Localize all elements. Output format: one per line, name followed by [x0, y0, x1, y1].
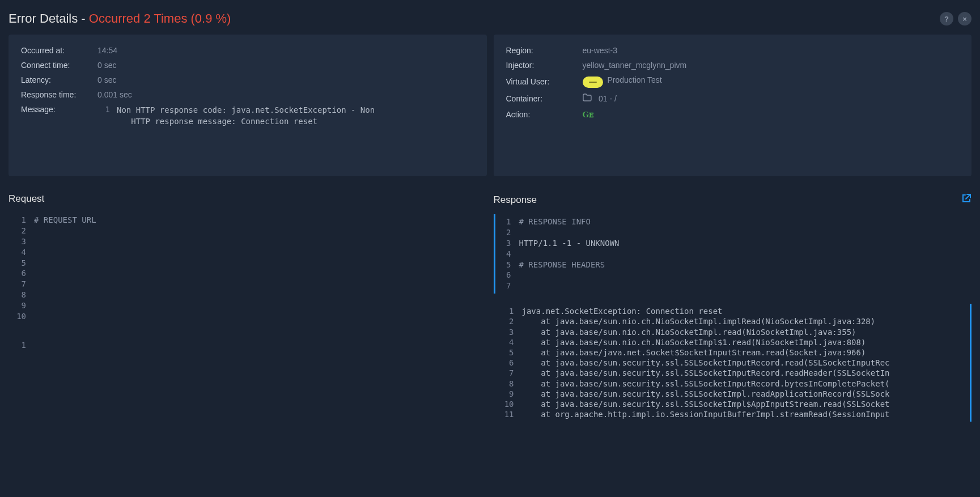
- request-header: Request: [9, 193, 487, 205]
- line-content: at java.base/sun.nio.ch.NioSocketImpl.im…: [522, 316, 876, 326]
- close-icon[interactable]: ×: [958, 12, 971, 26]
- line-number: 11: [494, 409, 522, 419]
- line-content: java.net.SocketException: Connection res…: [522, 306, 723, 316]
- line-number: 1: [10, 215, 34, 226]
- info-label: Latency:: [21, 75, 97, 84]
- info-value: 0 sec: [97, 75, 116, 84]
- line-content: # RESPONSE HEADERS: [519, 260, 605, 270]
- line-number: 3: [494, 327, 522, 337]
- code-sections: Request 1# REQUEST URL2345678910 1 Respo…: [0, 176, 980, 422]
- line-content: # RESPONSE INFO: [519, 216, 591, 227]
- page-title: Error Details - Occurred 2 Times (0.9 %): [9, 11, 231, 26]
- info-label: Injector:: [506, 61, 583, 70]
- line-number: 6: [10, 268, 34, 279]
- info-label: Response time:: [21, 90, 97, 99]
- action-icon: Gᴇ: [583, 110, 594, 119]
- code-line: 10: [10, 311, 487, 322]
- response-header: Response: [494, 193, 972, 206]
- info-value: yellow_tanner_mcglynn_pivm: [583, 61, 687, 70]
- line-number: 1: [495, 216, 519, 227]
- header: Error Details - Occurred 2 Times (0.9 %)…: [0, 0, 980, 35]
- line-number: 3: [10, 236, 34, 247]
- message-text: Non HTTP response code: java.net.SocketE…: [117, 105, 474, 127]
- code-line: 8: [10, 290, 487, 300]
- info-row: Connect time:0 sec: [21, 61, 474, 70]
- info-value: 14:54: [97, 46, 117, 55]
- code-line: 1# REQUEST URL: [10, 215, 487, 226]
- container-row: Container: 01 - /: [506, 94, 960, 104]
- code-line: 4: [10, 247, 487, 258]
- line-number: 2: [495, 227, 519, 238]
- info-row: Response time:0.001 sec: [21, 90, 474, 99]
- line-content: at java.base/sun.nio.ch.NioSocketImpl.re…: [522, 327, 856, 337]
- code-line: 5# RESPONSE HEADERS: [495, 260, 972, 270]
- line-content: at java.base/sun.security.ssl.SSLSocketI…: [522, 399, 890, 409]
- help-icon[interactable]: ?: [940, 12, 953, 26]
- title-highlight: Occurred 2 Times (0.9 %): [89, 11, 231, 26]
- code-line: 2 at java.base/sun.nio.ch.NioSocketImpl.…: [494, 316, 970, 326]
- container-value: 01 - /: [583, 94, 617, 104]
- line-number: 5: [495, 260, 519, 270]
- request-code[interactable]: 1# REQUEST URL2345678910: [9, 213, 487, 324]
- code-line: 7 at java.base/sun.security.ssl.SSLSocke…: [494, 368, 970, 378]
- line-content: HTTP/1.1 -1 - UNKNOWN: [519, 238, 620, 249]
- info-row: Latency:0 sec: [21, 75, 474, 84]
- line-number: 7: [495, 281, 519, 291]
- code-line: 4: [495, 249, 972, 260]
- line-content: at java.base/sun.security.ssl.SSLSocketI…: [522, 368, 890, 378]
- info-row: Occurred at:14:54: [21, 46, 474, 55]
- info-row: Region:eu-west-3: [506, 46, 960, 55]
- info-row: Injector:yellow_tanner_mcglynn_pivm: [506, 61, 960, 70]
- code-line: 3HTTP/1.1 -1 - UNKNOWN: [495, 238, 972, 249]
- info-label: Occurred at:: [21, 46, 97, 55]
- info-value: 0 sec: [97, 61, 116, 70]
- response-code[interactable]: 1# RESPONSE INFO23HTTP/1.1 -1 - UNKNOWN4…: [494, 214, 972, 294]
- info-value: 0.001 sec: [97, 90, 132, 99]
- virtual-user-row: Virtual User: Production Test: [506, 75, 960, 88]
- code-line: 4 at java.base/sun.nio.ch.NioSocketImpl$…: [494, 337, 970, 347]
- response-title: Response: [494, 194, 537, 206]
- code-line: 5: [10, 258, 487, 269]
- line-number: 1: [10, 340, 34, 351]
- line-number: 2: [10, 226, 34, 236]
- title-prefix: Error Details -: [9, 11, 89, 26]
- response-section: Response 1# RESPONSE INFO23HTTP/1.1 -1 -…: [494, 193, 972, 422]
- code-line: 8 at java.base/sun.security.ssl.SSLSocke…: [494, 379, 970, 389]
- code-line: 1: [10, 340, 487, 351]
- line-number: 6: [495, 270, 519, 281]
- code-line: 2: [10, 226, 487, 236]
- info-label: Connect time:: [21, 61, 97, 70]
- info-value: eu-west-3: [583, 46, 617, 55]
- line-number: 2: [494, 316, 522, 326]
- line-number: 10: [10, 311, 34, 322]
- line-content: at java.base/sun.nio.ch.NioSocketImpl$1.…: [522, 337, 866, 347]
- line-number: 6: [494, 358, 522, 368]
- code-line: 9 at java.base/sun.security.ssl.SSLSocke…: [494, 389, 970, 399]
- line-number: 5: [10, 258, 34, 269]
- message-lineno: 1: [97, 105, 117, 114]
- message-label: Message:: [21, 105, 97, 114]
- code-line: 3: [10, 236, 487, 247]
- code-line: 1# RESPONSE INFO: [495, 216, 972, 227]
- code-line: 7: [10, 279, 487, 290]
- virtual-user-value: Production Test: [583, 75, 662, 88]
- line-content: at java.base/sun.security.ssl.SSLSocketI…: [522, 358, 890, 368]
- info-panels: Occurred at:14:54Connect time:0 secLaten…: [0, 35, 980, 176]
- request-extra[interactable]: 1: [9, 338, 487, 353]
- status-badge-icon: [583, 77, 603, 88]
- message-row: Message: 1 Non HTTP response code: java.…: [21, 105, 474, 127]
- open-external-icon[interactable]: [961, 193, 971, 206]
- action-row: Action: Gᴇ: [506, 109, 960, 120]
- action-label: Action:: [506, 110, 583, 119]
- code-line: 2: [495, 227, 972, 238]
- line-number: 4: [495, 249, 519, 260]
- line-content: at java.base/sun.security.ssl.SSLSocketI…: [522, 389, 890, 399]
- stack-trace[interactable]: 1java.net.SocketException: Connection re…: [494, 304, 972, 422]
- line-number: 4: [10, 247, 34, 258]
- container-label: Container:: [506, 94, 583, 103]
- line-number: 10: [494, 399, 522, 409]
- code-line: 11 at org.apache.http.impl.io.SessionInp…: [494, 409, 970, 419]
- request-title: Request: [9, 193, 44, 205]
- line-number: 9: [10, 300, 34, 311]
- line-number: 9: [494, 389, 522, 399]
